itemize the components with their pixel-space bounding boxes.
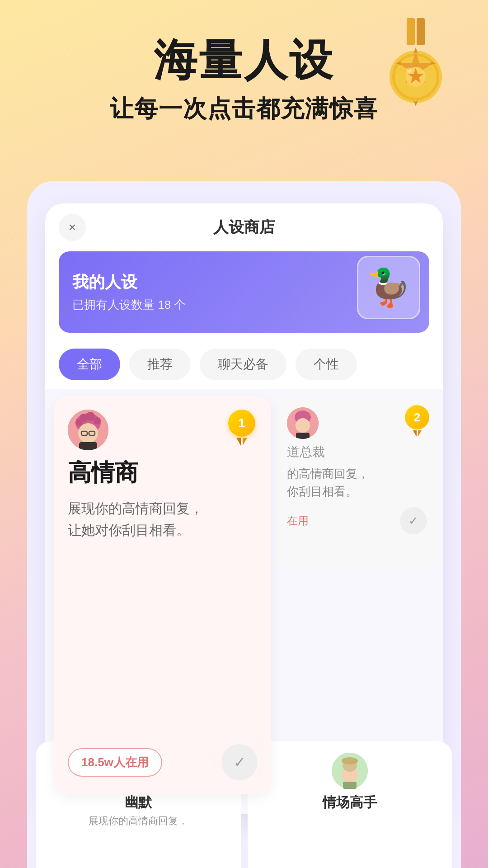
close-button[interactable]: × <box>59 214 86 241</box>
rank-badge-1: 1 <box>226 410 258 446</box>
tab-recommend[interactable]: 推荐 <box>129 349 191 380</box>
page-container: 海量人设 让每一次点击都充满惊喜 × 人设商店 我的人设 已拥有人设数量 18 … <box>0 0 488 868</box>
right-card-avatar <box>287 407 319 439</box>
right-user-count: 在用 <box>287 514 309 528</box>
tab-bar: 全部 推荐 聊天必备 个性 <box>45 342 443 389</box>
bottom-card-humor-title: 幽默 <box>125 793 152 812</box>
bottom-card-flirt-title: 情场高手 <box>323 793 377 812</box>
svg-point-8 <box>406 67 412 73</box>
right-rank-badge: 2 <box>405 405 429 437</box>
right-card-desc: 的高情商回复，你刮目相看。 <box>287 465 427 500</box>
main-card-title: 高情商 <box>68 457 258 489</box>
svg-point-17 <box>86 412 95 421</box>
persona-text-area: 我的人设 已拥有人设数量 18 个 <box>72 271 357 313</box>
user-count: 18.5w人在用 <box>68 748 162 777</box>
flirt-avatar <box>332 753 368 789</box>
svg-rect-38 <box>343 782 357 789</box>
persona-emoji-card: 🦆 <box>357 256 420 319</box>
bottom-card-flirt[interactable]: 情场高手 <box>248 741 443 814</box>
main-card-avatar <box>68 410 108 450</box>
tab-personality[interactable]: 个性 <box>296 349 357 380</box>
tab-chat-essential[interactable]: 聊天必备 <box>200 349 286 380</box>
tab-all[interactable]: 全部 <box>59 349 120 380</box>
top-bar: × 人设商店 <box>45 203 443 251</box>
right-section-label: 道总裁 <box>287 443 427 461</box>
svg-rect-1 <box>417 18 425 45</box>
svg-point-37 <box>342 757 358 764</box>
persona-count: 已拥有人设数量 18 个 <box>72 297 357 313</box>
my-persona-label: 我的人设 <box>72 271 357 293</box>
rank-number-1: 1 <box>228 410 255 437</box>
main-card-desc: 展现你的高情商回复，让她对你刮目相看。 <box>68 498 258 541</box>
svg-rect-27 <box>296 433 310 439</box>
svg-rect-0 <box>407 18 415 45</box>
svg-point-26 <box>296 418 310 433</box>
svg-rect-23 <box>79 442 97 450</box>
my-persona-banner: 我的人设 已拥有人设数量 18 个 🦆 <box>59 251 429 333</box>
medal-decoration <box>380 18 452 108</box>
main-card-footer: 18.5w人在用 ✓ <box>68 744 258 780</box>
header-section: 海量人设 让每一次点击都充满惊喜 <box>0 0 488 125</box>
main-card[interactable]: 1 高情商 展现你的高情商回复，让她对你刮目相看。 18.5w人在用 ✓ <box>54 396 271 794</box>
right-card-footer: 在用 ✓ <box>287 507 427 534</box>
right-card-top[interactable]: 2 道总裁 的高情商回复，你刮目相看。 在用 ✓ <box>276 396 438 568</box>
inner-panel: × 人设商店 我的人设 已拥有人设数量 18 个 🦆 全部 推荐 聊天必备 个性 <box>45 203 443 814</box>
phone-card: × 人设商店 我的人设 已拥有人设数量 18 个 🦆 全部 推荐 聊天必备 个性 <box>27 181 461 868</box>
panel-title: 人设商店 <box>213 217 275 238</box>
svg-point-18 <box>94 417 101 425</box>
right-check-btn[interactable]: ✓ <box>400 507 427 534</box>
check-button[interactable]: ✓ <box>221 744 258 780</box>
